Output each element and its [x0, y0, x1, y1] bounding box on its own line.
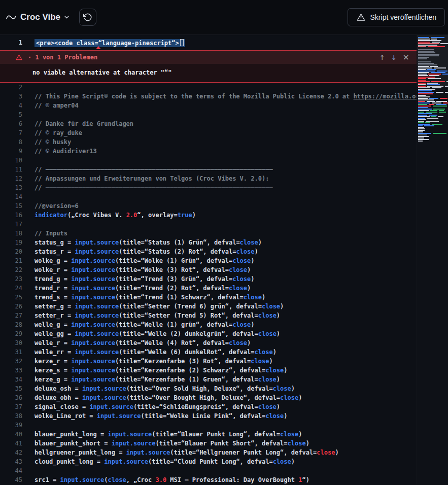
code-line[interactable]: 11// ———————————————————————————————————… [0, 165, 417, 174]
line-number[interactable]: 8 [0, 137, 22, 147]
code-line[interactable]: 25trend_s = input.source(title=“Trend (1… [0, 293, 417, 302]
script-title-menu[interactable]: Croc Vibe [6, 12, 69, 22]
line-number[interactable]: 24 [0, 284, 22, 293]
line-number[interactable]: 26 [0, 302, 22, 311]
code-line[interactable]: 8// © husky [0, 137, 417, 147]
prev-problem-button[interactable]: ↑ [380, 54, 385, 61]
line-number[interactable]: 38 [0, 411, 22, 421]
line-number[interactable]: 3 [0, 92, 22, 101]
code-line[interactable]: 10 [0, 156, 417, 165]
line-number[interactable]: 35 [0, 384, 22, 393]
minimap-line [417, 137, 448, 138]
line-number[interactable]: 25 [0, 293, 22, 302]
line-number[interactable]: 2 [0, 83, 22, 92]
line-number[interactable]: 29 [0, 329, 22, 338]
code-line[interactable]: 30welle_r = input.source(title=“Welle (4… [0, 338, 417, 348]
line-number[interactable]: 40 [0, 430, 22, 439]
line-number[interactable]: 39 [0, 421, 22, 430]
code-line[interactable]: 33kerze_s = input.source(title=“Kerzenfa… [0, 366, 417, 375]
code-line[interactable]: 45src1 = input.source(close, „Croc 3.0 M… [0, 475, 417, 484]
line-number[interactable]: 21 [0, 256, 22, 265]
code-line[interactable]: 43cloud_punkt_long = input.source(title=… [0, 457, 417, 466]
line-number[interactable]: 34 [0, 375, 22, 384]
code-line[interactable]: 7// © ray_duke [0, 128, 417, 137]
line-number[interactable]: 15 [0, 201, 22, 211]
line-number[interactable]: 43 [0, 457, 22, 466]
code-line[interactable]: 39 [0, 421, 417, 430]
code-line[interactable]: 37signal_close = input.source(title=“Sch… [0, 402, 417, 411]
line-number[interactable]: 7 [0, 128, 22, 137]
code-line[interactable]: 15//@version=6 [0, 201, 417, 211]
code-line[interactable]: 22wolke_r = input.source(title=“Wolke (3… [0, 265, 417, 274]
refresh-button[interactable] [79, 9, 96, 26]
next-problem-button[interactable]: ↓ [391, 54, 397, 61]
close-panel-button[interactable]: × [403, 53, 409, 61]
code-line[interactable]: 1<pre><code class=“language-pinescript“> [0, 38, 417, 47]
code-line[interactable]: 36deluxe_obh = input.source(title=“Over … [0, 393, 417, 402]
line-number[interactable]: 12 [0, 174, 22, 183]
line-number[interactable]: 36 [0, 393, 22, 402]
code-line[interactable]: 27setter_r = input.source(title=“Setter … [0, 311, 417, 320]
line-number[interactable]: 13 [0, 183, 22, 192]
line-number[interactable]: 11 [0, 165, 22, 174]
code-line[interactable]: 2 [0, 83, 417, 92]
minimap[interactable] [417, 35, 448, 484]
code-line[interactable]: 40blauer_punkt_long = input.source(title… [0, 430, 417, 439]
code-line[interactable]: 32kerze_r = input.source(title=“Kerzenfa… [0, 357, 417, 366]
publish-script-button[interactable]: Skript veröffentlichen [348, 8, 445, 26]
code-line[interactable]: 20status_r = input.source(title=“Status … [0, 247, 417, 256]
code-line[interactable]: 31welle_rr = input.source(title=“Welle (… [0, 348, 417, 357]
line-number[interactable]: 44 [0, 466, 22, 475]
line-number[interactable]: 41 [0, 439, 22, 448]
line-number[interactable]: 27 [0, 311, 22, 320]
code-editor[interactable]: 1<pre><code class=“language-pinescript“>… [0, 35, 417, 484]
line-number[interactable]: 6 [0, 119, 22, 128]
code-line[interactable]: 16indicator(„Croc Vibes V. 2.0“, overlay… [0, 211, 417, 220]
line-number[interactable]: 17 [0, 220, 22, 229]
code-line[interactable]: 44 [0, 466, 417, 475]
line-number[interactable]: 31 [0, 348, 22, 357]
code-line[interactable]: 13// ———————————————————————————————————… [0, 183, 417, 192]
code-line[interactable]: 29welle_gg = input.source(title=“Welle (… [0, 329, 417, 338]
line-number[interactable]: 28 [0, 320, 22, 329]
line-number[interactable]: 45 [0, 475, 22, 484]
code-line[interactable]: 12// Anpassungen und Erweiterungen von T… [0, 174, 417, 183]
code-line[interactable]: 26setter_g = input.source(title=“Setter … [0, 302, 417, 311]
line-number[interactable]: 32 [0, 357, 22, 366]
line-number[interactable]: 23 [0, 274, 22, 284]
code-line[interactable]: 9// © Audidriver13 [0, 147, 417, 156]
line-number[interactable]: 30 [0, 338, 22, 348]
line-number[interactable]: 1 [0, 38, 22, 47]
code-line[interactable]: 17 [0, 220, 417, 229]
line-number[interactable]: 20 [0, 247, 22, 256]
code-line[interactable]: 34kerze_g = input.source(title=“Kerzenfa… [0, 375, 417, 384]
code-line[interactable]: 4// © amper04 [0, 101, 417, 110]
code-line[interactable]: 42hellgruener_punkt_long = input.source(… [0, 448, 417, 457]
code-line[interactable]: 6// Danke für die Grundlagen [0, 119, 417, 128]
code-line[interactable]: 19status_g = input.source(title=“Status … [0, 238, 417, 247]
line-number[interactable]: 22 [0, 265, 22, 274]
code-line[interactable]: 3// This Pine Script® code is subject to… [0, 92, 417, 101]
line-number[interactable]: 9 [0, 147, 22, 156]
line-number[interactable]: 19 [0, 238, 22, 247]
line-number[interactable]: 37 [0, 402, 22, 411]
line-number[interactable]: 10 [0, 156, 22, 165]
code-line[interactable]: 23trend_g = input.source(title=“Trend (3… [0, 274, 417, 284]
code-line[interactable]: 28welle_g = input.source(title=“Welle (1… [0, 320, 417, 329]
code-line[interactable]: 24trend_r = input.source(title=“Trend (2… [0, 284, 417, 293]
code-line[interactable]: 41blauer_punkt_short = input.source(titl… [0, 439, 417, 448]
line-number[interactable]: 14 [0, 192, 22, 201]
code-line[interactable]: 14 [0, 192, 417, 201]
code-line[interactable]: 21wolke_g = input.source(title=“Wolke (1… [0, 256, 417, 265]
line-number[interactable]: 18 [0, 229, 22, 238]
code-line[interactable]: 5 [0, 110, 417, 119]
line-number[interactable]: 16 [0, 211, 22, 220]
code-line[interactable]: 35deluxe_osh = input.source(title=“Over … [0, 384, 417, 393]
line-number[interactable]: 5 [0, 110, 22, 119]
minimap-line [417, 87, 448, 88]
line-number[interactable]: 42 [0, 448, 22, 457]
line-number[interactable]: 4 [0, 101, 22, 110]
code-line[interactable]: 38wolke_Line_rot = input.source(title=“W… [0, 411, 417, 421]
code-line[interactable]: 18// Inputs [0, 229, 417, 238]
line-number[interactable]: 33 [0, 366, 22, 375]
